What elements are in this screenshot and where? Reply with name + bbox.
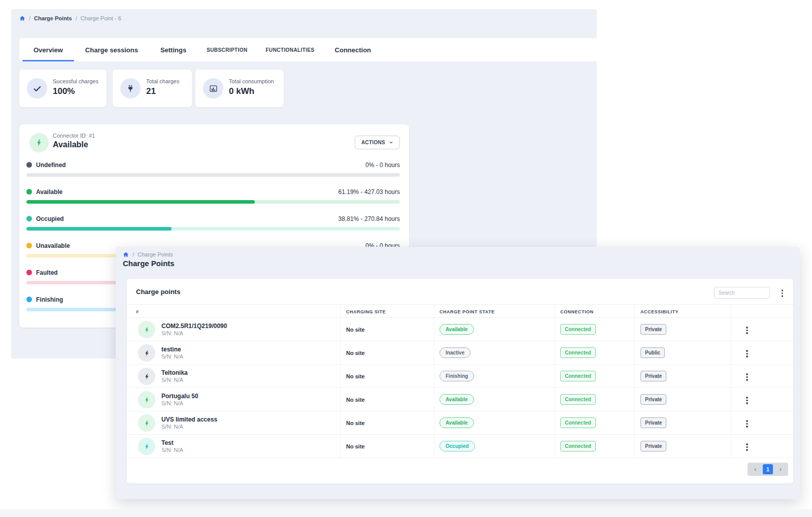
kebab-menu-icon[interactable] xyxy=(745,372,749,382)
tab-overview[interactable]: Overview xyxy=(22,38,74,61)
tab-bar: Overview Charge sessions Settings SUBSCR… xyxy=(19,38,597,61)
status-track xyxy=(26,227,400,231)
charging-site: No site xyxy=(346,373,365,379)
state-pill: Available xyxy=(439,417,474,428)
home-icon[interactable] xyxy=(123,251,129,257)
charge-points-table-card: Charge points # CHARGING SITE CHARGE POI… xyxy=(127,279,793,483)
table-row[interactable]: UVS limited access S/N: N/A No site Avai… xyxy=(127,411,793,435)
pagination-page-1[interactable]: 1 xyxy=(763,464,773,474)
charge-point-name: Test xyxy=(161,439,174,446)
kebab-menu-icon[interactable] xyxy=(781,288,785,298)
status-label: Available xyxy=(36,188,62,196)
stat-label: Total charges xyxy=(146,78,179,84)
state-pill: Finishing xyxy=(439,371,474,381)
lightning-bolt-icon xyxy=(29,133,49,152)
pagination: ‹ 1 › xyxy=(748,463,788,476)
column-header-charging-site: CHARGING SITE xyxy=(346,309,386,314)
column-header-id: # xyxy=(136,309,139,314)
search-input[interactable] xyxy=(714,287,770,299)
breadcrumb-charge-points[interactable]: Charge Points xyxy=(34,15,72,21)
actions-button[interactable]: ACTIONS xyxy=(355,136,400,149)
table-row[interactable]: testine S/N: N/A No site Inactive Connec… xyxy=(127,341,793,365)
stat-card-successful-charges: Sucessful charges 100% xyxy=(19,70,107,107)
charge-point-name: UVS limited access xyxy=(161,416,217,423)
tab-charge-sessions[interactable]: Charge sessions xyxy=(74,38,149,61)
status-value: 61.19% - 427.03 hours xyxy=(339,188,400,196)
status-dot xyxy=(26,270,32,275)
breadcrumb: / Charge Points xyxy=(123,251,173,257)
status-label: Faulted xyxy=(36,269,58,276)
status-dot xyxy=(26,297,32,302)
status-fill xyxy=(26,200,255,204)
connection-badge: Connected xyxy=(560,417,596,428)
stat-value: 0 kWh xyxy=(229,86,254,96)
charge-point-serial: S/N: N/A xyxy=(161,447,183,453)
status-row-occupied: Occupied 38.81% - 270.84 hours xyxy=(19,215,409,239)
accessibility-badge: Private xyxy=(640,441,666,451)
charging-site: No site xyxy=(346,443,365,449)
charge-point-icon xyxy=(138,344,155,362)
breadcrumb-charge-points[interactable]: Charge Points xyxy=(138,251,173,257)
tab-functionalities[interactable]: FUNCTIONALITIES xyxy=(257,38,324,61)
stat-label: Sucessful charges xyxy=(53,78,98,84)
table-row[interactable]: Teltonika S/N: N/A No site Finishing Con… xyxy=(127,365,793,388)
state-pill: Available xyxy=(439,394,474,405)
charging-site: No site xyxy=(346,327,365,333)
connector-state: Available xyxy=(53,140,88,149)
kebab-menu-icon[interactable] xyxy=(745,419,749,429)
status-value: 38.81% - 270.84 hours xyxy=(339,215,400,222)
stat-value: 100% xyxy=(53,86,75,96)
table-row[interactable]: Portugalu 50 S/N: N/A No site Available … xyxy=(127,388,793,411)
status-track xyxy=(26,173,400,177)
status-dot xyxy=(26,243,32,248)
page-title: Charge Points xyxy=(123,259,175,268)
tab-connection[interactable]: Connection xyxy=(324,38,383,61)
connection-badge: Connected xyxy=(560,394,596,405)
table-header: # CHARGING SITE CHARGE POINT STATE CONNE… xyxy=(127,304,793,318)
charge-point-name: Teltonika xyxy=(161,369,188,376)
table-row[interactable]: Test S/N: N/A No site Occupied Connected… xyxy=(127,435,793,458)
kebab-menu-icon[interactable] xyxy=(745,349,749,359)
charge-point-serial: S/N: N/A xyxy=(161,400,183,406)
charge-point-icon xyxy=(138,438,155,455)
status-value: 0% - 0 hours xyxy=(365,161,400,169)
stat-value: 21 xyxy=(146,86,156,96)
kebab-menu-icon[interactable] xyxy=(745,442,749,452)
column-header-accessibility: ACCESSIBILITY xyxy=(640,309,679,314)
connection-badge: Connected xyxy=(560,441,596,451)
connection-badge: Connected xyxy=(560,324,596,335)
accessibility-badge: Private xyxy=(640,417,666,428)
breadcrumb-current: Charge Point - 6 xyxy=(81,15,121,21)
stat-card-total-charges: Total charges 21 xyxy=(113,70,192,107)
tab-settings[interactable]: Settings xyxy=(149,38,197,61)
kebab-menu-icon[interactable] xyxy=(745,326,749,335)
pagination-next-button[interactable]: › xyxy=(775,464,786,474)
pagination-prev-button[interactable]: ‹ xyxy=(750,464,760,474)
charging-site: No site xyxy=(346,420,365,426)
kebab-menu-icon[interactable] xyxy=(745,396,749,405)
connection-badge: Connected xyxy=(560,347,596,358)
charge-point-serial: S/N: N/A xyxy=(161,424,183,430)
status-label: Finishing xyxy=(36,296,63,303)
status-track xyxy=(26,200,400,204)
home-icon[interactable] xyxy=(19,15,25,21)
table-row[interactable]: COM2.5R1/1Q219/0090 S/N: N/A No site Ava… xyxy=(127,318,793,341)
charge-point-icon xyxy=(138,321,155,338)
bottom-strip xyxy=(0,509,812,517)
accessibility-badge: Public xyxy=(640,347,665,358)
connector-id-label: Connector ID: #1 xyxy=(53,133,95,139)
accessibility-badge: Private xyxy=(640,394,666,405)
charge-point-icon xyxy=(138,391,155,408)
chevron-down-icon xyxy=(389,140,393,145)
connection-badge: Connected xyxy=(560,371,596,381)
status-dot xyxy=(26,162,32,168)
stat-card-total-consumption: Total consumption 0 kWh xyxy=(195,70,284,107)
status-fill xyxy=(26,227,172,231)
chart-icon xyxy=(203,78,223,99)
card-title: Charge points xyxy=(136,288,180,296)
stat-label: Total consumption xyxy=(229,78,274,84)
state-pill: Occupied xyxy=(439,441,475,451)
tab-subscription[interactable]: SUBSCRIPTION xyxy=(197,38,256,61)
charge-point-serial: S/N: N/A xyxy=(161,353,183,360)
charge-points-list-page: / Charge Points Charge Points Charge poi… xyxy=(116,247,800,499)
